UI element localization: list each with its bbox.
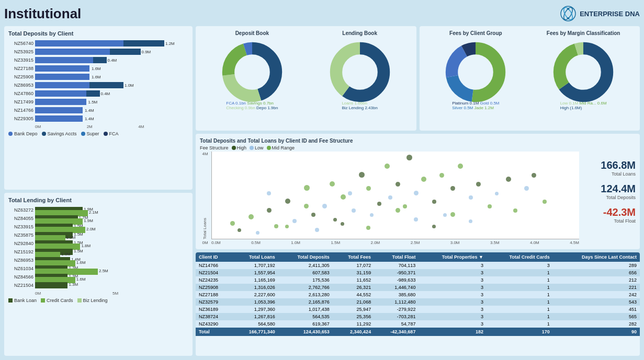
data-table: Client ID Total Loans Total Deposits Tot…: [196, 252, 640, 336]
cell-credit-cards: 1: [487, 320, 553, 328]
deposits-bar-row: NZ14766 1.4M: [8, 107, 188, 114]
col-total-credit-cards: Total Credit Cards: [487, 252, 553, 262]
cell-properties: 3: [419, 276, 487, 284]
cell-credit-cards: 1: [487, 269, 553, 276]
scatter-inner: 4M Total Loans 0M 0.0M 0.5M 1.0M: [200, 152, 579, 245]
legend-bank-loan: Bank Loan: [8, 298, 37, 303]
total-loans-value: 166.8M: [583, 159, 636, 171]
scatter-dot: [403, 204, 407, 208]
scatter-dot: [406, 155, 412, 160]
scatter-dot: [304, 185, 310, 191]
lending-bar-row: NZ33915 1.5M 2.0M: [8, 223, 188, 230]
table-row[interactable]: NZ43290 564,580 619,367 11,292 54,787 3 …: [196, 320, 640, 328]
scatter-dot: [333, 218, 337, 222]
total-float-label: Total Float: [583, 218, 636, 224]
cell-credit-cards: 1: [487, 313, 553, 320]
cell-fees: 17,072: [333, 262, 374, 269]
table-wrapper[interactable]: Client ID Total Loans Total Deposits Tot…: [196, 252, 640, 356]
scatter-dot: [513, 208, 517, 213]
fca-dot: [104, 132, 108, 136]
cell-float: -989,633: [374, 276, 419, 284]
lending-bar-row: NZ84566 1.3M 1.6M: [8, 273, 188, 281]
col-total-float: Total Float: [374, 252, 419, 262]
cell-deposits: 1,017,438: [278, 306, 333, 313]
scatter-dot: [352, 208, 356, 213]
fees-client-title: Fees by Client Group: [449, 30, 502, 36]
cell-float: 54,787: [374, 320, 419, 328]
scatter-dot: [450, 186, 455, 191]
table-row[interactable]: NZ36189 1,297,360 1,017,438 25,947 -279,…: [196, 306, 640, 313]
scatter-dot: [543, 200, 547, 204]
cell-fees: 11,652: [333, 276, 374, 284]
cell-loans: 1,053,396: [232, 298, 278, 306]
scatter-dot: [366, 226, 370, 230]
footer-float: -42,340,687: [374, 328, 419, 336]
cell-days: 656: [553, 269, 640, 276]
table-row[interactable]: NZ14766 1,707,192 2,411,305 17,072 704,1…: [196, 262, 640, 269]
table-row[interactable]: NZ21504 1,557,954 607,583 31,159 -950,37…: [196, 269, 640, 276]
scatter-stats: 166.8M Total Loans 124.4M Total Deposits…: [583, 138, 636, 245]
cell-loans: 1,707,192: [232, 262, 278, 269]
deposits-bar-row: NZ33915 1.7M 0.4M: [8, 56, 188, 64]
total-loans-label: Total Loans: [583, 171, 636, 177]
cell-float: -279,922: [374, 306, 419, 313]
book-charts: Deposit Book: [196, 26, 416, 131]
legend-credit-cards: Credit Cards: [41, 298, 73, 303]
cell-days: 212: [553, 276, 640, 284]
fees-margin-title: Fees by Margin Classification: [547, 30, 620, 36]
total-deposits-label: Total Deposits: [583, 195, 636, 200]
scatter-dot: [439, 173, 444, 178]
cell-properties: 3: [419, 298, 487, 306]
deposits-card: Total Deposits by Client NZ56740 2.6M 1.…: [4, 26, 193, 190]
cell-properties: 3: [419, 320, 487, 328]
cell-credit-cards: 3: [487, 262, 553, 269]
cell-float: 704,113: [374, 262, 419, 269]
cell-client-id: NZ27188: [196, 291, 232, 298]
table-row[interactable]: NZ38724 1,267,816 564,535 25,356 -703,28…: [196, 313, 640, 320]
cell-days: 565: [553, 313, 640, 320]
cell-days: 242: [553, 291, 640, 298]
savings-dot: [42, 132, 46, 136]
scatter-dot: [267, 208, 272, 213]
table-row[interactable]: NZ24235 1,165,169 175,536 11,652 -989,63…: [196, 276, 640, 284]
super-dot: [81, 132, 85, 136]
footer-fees: 2,340,424: [333, 328, 374, 336]
fees-client-svg: [442, 38, 510, 106]
cell-client-id: NZ36189: [196, 306, 232, 313]
col-days-since-contact: Days Since Last Contact: [553, 252, 640, 262]
scatter-legend-mid: Mid Range: [267, 145, 295, 150]
legend-super: Super: [81, 131, 99, 136]
legend-fca: FCA: [104, 131, 119, 136]
lending-title: Total Lending by Client: [8, 197, 188, 203]
scatter-dot: [322, 204, 327, 208]
scatter-dot: [230, 221, 235, 226]
deposits-bar-row: NZ17499 1.5M: [8, 98, 188, 106]
table-row[interactable]: NZ27188 2,227,600 2,613,280 44,552 385,6…: [196, 291, 640, 298]
col-total-deposits: Total Deposits: [278, 252, 333, 262]
lending-bar-row: NZ35875 1.5M 1.2M: [8, 231, 188, 239]
enterprise-dna-icon: [560, 5, 577, 22]
deposits-axis: 0M 2M 4M: [35, 123, 188, 129]
top-charts-row: Deposit Book: [196, 26, 640, 131]
scatter-dot: [359, 172, 365, 178]
scatter-dot: [421, 177, 426, 182]
scatter-dot: [396, 182, 400, 187]
cell-fees: 11,292: [333, 320, 374, 328]
lending-bar-row: NZ63272 1.9M 2.1M: [8, 206, 188, 214]
scatter-dot: [285, 199, 290, 204]
footer-properties: 182: [419, 328, 487, 336]
cell-properties: 3: [419, 262, 487, 269]
cell-fees: 21,068: [333, 298, 374, 306]
cell-credit-cards: 1: [487, 291, 553, 298]
table-footer: Total 166,771,340 124,430,653 2,340,424 …: [196, 328, 640, 336]
table-row[interactable]: NZ32579 1,053,396 2,165,876 21,068 1,112…: [196, 298, 640, 306]
scatter-legend: Fee Structure High Low Mid Range: [200, 145, 579, 150]
col-total-loans: Total Loans: [232, 252, 278, 262]
deposit-book-svg: [218, 38, 286, 106]
scatter-dot: [432, 225, 436, 228]
cell-loans: 2,227,600: [232, 291, 278, 298]
cell-float: 385,680: [374, 291, 419, 298]
cell-loans: 1,165,169: [232, 276, 278, 284]
lending-bars: NZ63272 1.9M 2.1M NZ84055 1.7M 1.9M NZ33…: [8, 206, 188, 289]
table-row[interactable]: NZ25908 1,316,026 2,762,766 26,321 1,446…: [196, 284, 640, 291]
